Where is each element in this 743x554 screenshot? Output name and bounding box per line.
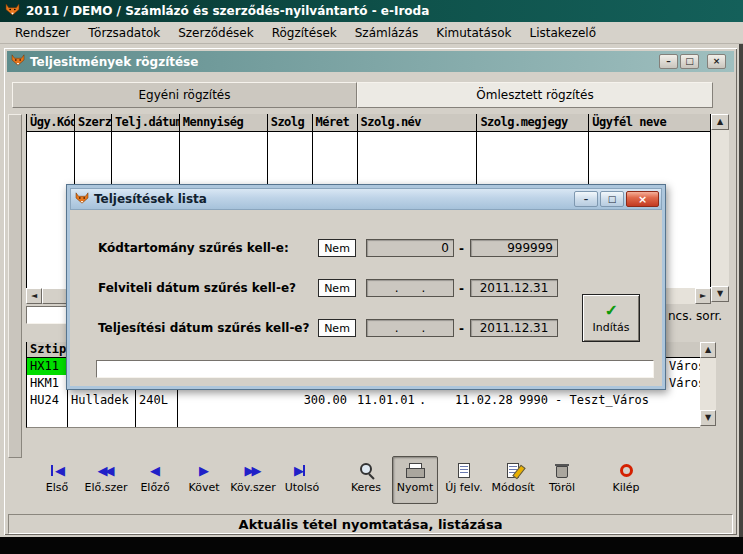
toolbar-button-utolso[interactable]: ▶ Utolsó <box>279 456 325 504</box>
tab-omlesztett-rogzites[interactable]: Ömlesztett rögzítés <box>357 82 713 108</box>
toolbar-button-nyomt[interactable]: Nyomt <box>392 456 438 504</box>
toolbar-button-elozo[interactable]: ◀ Előző <box>132 456 178 504</box>
cell-size: 240L <box>139 393 168 407</box>
range-dash: - <box>459 282 464 296</box>
toolbar-button-eloszer[interactable]: ◀◀ Elő.szer <box>83 456 129 504</box>
entry-date-filter-label: Felviteli dátum szűrés kell-e? <box>98 281 296 295</box>
row-code-cell: HX11 <box>27 358 67 375</box>
toolbar-button-kovet[interactable]: ▶ Követ <box>181 456 227 504</box>
toolbar-button-label: Új felv. <box>445 481 482 494</box>
toolbar-button-kilep[interactable]: Kilép <box>603 456 649 504</box>
entry-date-from-field[interactable]: . . <box>366 279 454 297</box>
fulfillment-date-toggle-button[interactable]: Nem <box>318 319 356 337</box>
fulfillment-date-from-field[interactable]: . . <box>366 319 454 337</box>
dialog-window-controls: – □ × <box>574 191 659 207</box>
entry-date-filter-row: Felviteli dátum szűrés kell-e? Nem . . -… <box>70 280 662 300</box>
toolbar-button-label: Utolsó <box>285 481 320 494</box>
navigation-toolbar: ◀ Első ◀◀ Elő.szer ◀ Előző ▶ Követ ▶▶ Kö… <box>34 456 729 508</box>
toolbar-button-ujfelv[interactable]: Új felv. <box>441 456 487 504</box>
column-header-telj-datum[interactable]: Telj.dátum <box>112 114 180 131</box>
menu-item-rogzitesek[interactable]: Rögzítések <box>263 23 346 43</box>
scroll-down-icon[interactable]: ▼ <box>700 410 716 426</box>
close-icon[interactable]: × <box>707 54 726 69</box>
column-header-ugy-kod[interactable]: Ügy.Kód <box>27 114 75 131</box>
toolbar-button-modosit[interactable]: Módosít <box>490 456 536 504</box>
column-header-sztip[interactable]: Sztip <box>27 342 67 358</box>
fulfillment-date-to-field[interactable]: 2011.12.31 <box>470 319 558 337</box>
child-title-bar[interactable]: Teljesitmények rögzítése – □ × <box>7 51 734 72</box>
scroll-left-icon[interactable]: ◄ <box>26 288 42 304</box>
column-header-meret[interactable]: Méret <box>313 114 358 131</box>
window-right-edge <box>739 44 743 537</box>
column-header-szolg[interactable]: Szolg <box>268 114 313 131</box>
toolbar-button-label: Elő.szer <box>84 481 127 494</box>
fulfillment-date-filter-label: Teljesítési dátum szűrés kell-e? <box>98 321 309 335</box>
search-icon <box>358 460 375 480</box>
scroll-up-icon[interactable]: ▲ <box>711 114 729 130</box>
menu-item-szamlazas[interactable]: Számlázás <box>346 23 428 43</box>
last-record-icon: ▶ <box>294 460 310 480</box>
toolbar-button-label: Követ <box>189 481 220 494</box>
list-filter-input[interactable] <box>96 360 654 378</box>
menu-item-rendszer[interactable]: Rendszer <box>6 23 79 43</box>
scroll-down-icon[interactable]: ▼ <box>711 286 729 302</box>
column-header-ugyfel-neve[interactable]: Ügyfél neve <box>589 114 711 131</box>
menu-item-torzsadatok[interactable]: Törzsadatok <box>79 23 169 43</box>
toolbar-button-label: Keres <box>351 481 381 494</box>
maximize-icon[interactable]: □ <box>680 54 699 69</box>
menu-item-listakezelo[interactable]: Listakezelő <box>520 23 605 43</box>
first-record-icon: ◀ <box>49 460 65 480</box>
services-grid-scrollbar: ▲ ▼ <box>700 342 718 428</box>
cell-quantity: 300.00 <box>267 393 347 407</box>
cell-customer: - Teszt_Város <box>555 393 649 407</box>
dialog-icon <box>75 192 89 207</box>
menu-bar: Rendszer Törzsadatok Szerződések Rögzíté… <box>0 22 743 44</box>
entry-date-to-field[interactable]: 2011.12.31 <box>470 279 558 297</box>
vertical-scrollbar: ▲ ▼ <box>711 114 731 304</box>
dialog-content: Kódtartomány szűrés kell-e: Nem 0 - 9999… <box>70 210 662 386</box>
column-header-mennyiseg[interactable]: Mennyiség <box>180 114 268 131</box>
code-range-toggle-button[interactable]: Nem <box>318 239 356 257</box>
cell-service-name: Hulladek <box>71 393 129 407</box>
row-code-cell: HU24 <box>27 392 67 409</box>
minimize-icon[interactable]: – <box>574 191 598 207</box>
scrollbar-trough[interactable] <box>700 358 716 412</box>
close-icon[interactable]: × <box>626 191 659 207</box>
dialog-title-bar[interactable]: Teljesítések lista – □ × <box>70 188 662 210</box>
minimize-icon[interactable]: – <box>659 54 678 69</box>
toolbar-button-label: Első <box>46 481 68 494</box>
toolbar-button-torol[interactable]: Töröl <box>539 456 585 504</box>
main-title-bar[interactable]: 2011 / DEMO / Számlázó és szerződés-nyil… <box>0 0 743 22</box>
menu-item-kimutatasok[interactable]: Kimutatások <box>427 23 520 43</box>
check-icon: ✓ <box>604 303 617 319</box>
code-range-filter-label: Kódtartomány szűrés kell-e: <box>98 241 289 255</box>
prev-record-icon: ◀ <box>150 460 160 480</box>
menu-item-szerzodesek[interactable]: Szerződések <box>169 23 262 43</box>
toolbar-button-elso[interactable]: ◀ Első <box>34 456 80 504</box>
column-header-szerz[interactable]: Szerz <box>75 114 112 131</box>
edit-icon <box>507 460 519 480</box>
scroll-right-icon[interactable]: ► <box>695 288 711 304</box>
scrollbar-trough[interactable] <box>711 130 729 286</box>
column-header-szolg-megjegy[interactable]: Szolg.megjegy <box>477 114 589 131</box>
screen: 2011 / DEMO / Számlázó és szerződés-nyil… <box>0 0 743 554</box>
start-button-label: Indítás <box>592 321 629 334</box>
maximize-icon[interactable]: □ <box>600 191 624 207</box>
column-header-szolg-nev[interactable]: Szolg.név <box>358 114 478 131</box>
scroll-up-icon[interactable]: ▲ <box>700 342 716 358</box>
app-logo-icon <box>5 3 20 19</box>
entry-date-toggle-button[interactable]: Nem <box>318 279 356 297</box>
toolbar-button-keres[interactable]: Keres <box>343 456 389 504</box>
toolbar-button-kovszer[interactable]: ▶▶ Köv.szer <box>230 456 276 504</box>
code-to-field[interactable]: 999999 <box>470 239 558 257</box>
grid-row-hu24[interactable]: HU24 Hulladek 240L 300.00 11.01.01 . . 1… <box>27 392 700 409</box>
printer-icon <box>406 460 424 480</box>
child-window-icon <box>11 54 25 69</box>
cell-date-3: 11.02.28 <box>455 393 513 407</box>
start-button[interactable]: ✓ Indítás <box>582 294 640 342</box>
toolbar-button-label: Előző <box>140 481 169 494</box>
code-from-field[interactable]: 0 <box>366 239 454 257</box>
delete-icon <box>556 460 568 480</box>
tab-egyeni-rogzites[interactable]: Egyéni rögzítés <box>12 82 357 108</box>
next-contract-icon: ▶▶ <box>245 460 262 480</box>
